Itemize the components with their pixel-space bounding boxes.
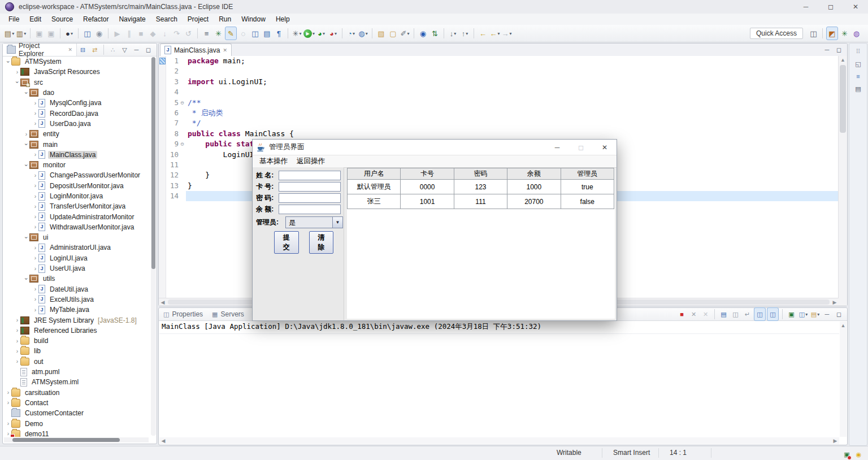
show-on-output-icon[interactable]: ◫ [767, 307, 779, 321]
menu-navigate[interactable]: Navigate [114, 15, 150, 23]
forward-icon[interactable]: →▾ [501, 27, 512, 40]
tab-properties[interactable]: ◫Properties [159, 308, 207, 320]
scroll-up-icon[interactable]: ▲ [840, 56, 845, 64]
menu-help[interactable]: Help [271, 15, 295, 23]
minimize-icon[interactable]: ─ [822, 308, 832, 320]
maximize-icon[interactable]: ◻ [834, 308, 844, 320]
new-wizard-icon[interactable]: ✳ [213, 27, 224, 40]
step-into-icon[interactable]: ↓ [159, 27, 170, 40]
expand-arrow-icon[interactable]: › [32, 120, 38, 127]
scroll-up-icon[interactable]: ▲ [840, 322, 847, 329]
next-annotation-icon[interactable]: ↓▾ [448, 27, 458, 40]
new-console-view-icon[interactable]: ▤▾ [810, 308, 821, 320]
show-whitespace-icon[interactable]: ¶ [274, 27, 284, 40]
disconnect-icon[interactable]: ◆ [147, 27, 158, 40]
link-with-editor-icon[interactable]: ◫ [250, 27, 261, 40]
tree-item-withdrawalusermonitor-java[interactable]: ›WithdrawalUserMonitor.java [3, 222, 150, 232]
pin-console-icon[interactable]: ◫ [754, 307, 766, 321]
spring-tool-icon[interactable]: ◍▾ [358, 27, 368, 40]
scroll-left-icon[interactable]: ◀ [159, 300, 167, 305]
clear-console-icon[interactable]: ▤ [718, 308, 729, 320]
new-ee-wizard-icon[interactable]: ◔▾ [346, 27, 357, 40]
save-all-icon[interactable]: ▣ [46, 27, 57, 40]
maximize-icon[interactable]: ◻ [834, 44, 844, 56]
field-input-3[interactable] [279, 205, 341, 214]
tree-item-atmsystem-iml[interactable]: ATMSystem.iml [3, 377, 150, 387]
submit-button[interactable]: 提交 [274, 231, 299, 254]
expand-arrow-icon[interactable]: › [5, 389, 11, 396]
code-line-7[interactable]: 7 */ [166, 118, 838, 128]
remove-launch-icon[interactable]: ✕ [688, 308, 699, 320]
expand-arrow-icon[interactable]: › [14, 327, 20, 333]
tab-project-explorer[interactable]: Project Explorer ✕ [3, 44, 77, 56]
expand-arrow-icon[interactable]: › [23, 131, 29, 137]
scroll-right-icon[interactable]: ▶ [831, 438, 839, 444]
expand-arrow-icon[interactable]: › [32, 193, 38, 199]
tab-servers[interactable]: ▦Servers [207, 308, 249, 320]
menu-refactor[interactable]: Refactor [78, 15, 114, 23]
word-wrap-icon[interactable]: ↵ [742, 308, 753, 320]
task-list-icon[interactable]: ▤ [853, 83, 863, 95]
tree-item-src[interactable]: ›src [3, 77, 150, 88]
console-vertical-scrollbar[interactable]: ▲ [840, 322, 847, 437]
resume-icon[interactable]: ▶ [112, 27, 123, 40]
editor-vertical-scrollbar[interactable]: ▲ [838, 56, 847, 306]
coverage-icon[interactable]: ◕▾ [328, 27, 338, 40]
expand-arrow-icon[interactable]: › [32, 151, 38, 158]
collapse-arrow-icon[interactable]: › [5, 59, 11, 65]
expand-arrow-icon[interactable]: › [32, 110, 38, 116]
menu-window[interactable]: Window [236, 15, 271, 23]
collapse-arrow-icon[interactable]: › [23, 235, 29, 241]
minimize-button[interactable]: ─ [545, 140, 569, 155]
minimize-icon[interactable]: ─ [822, 44, 832, 56]
search-flashlight-icon[interactable]: ◉ [94, 27, 105, 40]
tree-item-demo[interactable]: ›Demo [3, 418, 150, 428]
clear-button[interactable]: 清除 [309, 231, 334, 254]
outline-icon[interactable]: ≡ [853, 70, 863, 83]
expand-arrow-icon[interactable]: › [14, 358, 20, 364]
display-selected-console-icon[interactable]: ▣ [786, 308, 797, 320]
menu-search[interactable]: Search [151, 15, 183, 23]
new-icon[interactable]: ▤▾ [4, 27, 15, 40]
close-button[interactable]: ✕ [843, 0, 868, 14]
explorer-vertical-scrollbar[interactable] [151, 57, 156, 436]
open-resource-icon[interactable]: ▢ [388, 27, 398, 40]
tree-item-dateutil-java[interactable]: ›DateUtil.java [3, 284, 150, 294]
save-icon[interactable]: ▣ [34, 27, 45, 40]
expand-arrow-icon[interactable]: › [32, 245, 38, 251]
expand-arrow-icon[interactable]: › [32, 224, 38, 230]
step-over-icon[interactable]: ↷ [171, 27, 182, 40]
tree-item-referenced-libraries[interactable]: ›Referenced Libraries [3, 326, 150, 336]
admin-combobox[interactable]: 是 ▼ [285, 216, 343, 228]
terminate-icon[interactable]: ■ [136, 27, 146, 40]
table-row[interactable]: 默认管理员00001231000true [348, 180, 614, 194]
tree-item-loginui-java[interactable]: ›LoginUI.java [3, 253, 150, 263]
minimize-button[interactable]: ─ [793, 0, 818, 14]
expand-arrow-icon[interactable]: › [32, 307, 38, 313]
table-header[interactable]: 卡号 [401, 168, 454, 180]
code-line-4[interactable]: 4 [166, 87, 838, 97]
collapse-arrow-icon[interactable]: › [23, 90, 29, 96]
fold-marker-icon[interactable]: ⊖ [179, 139, 186, 149]
expand-arrow-icon[interactable]: › [32, 100, 38, 106]
sort-icon[interactable]: ≡ [201, 27, 212, 40]
collapse-arrow-icon[interactable]: › [23, 162, 29, 168]
maximize-icon[interactable]: ◻ [143, 44, 154, 56]
expand-arrow-icon[interactable]: › [14, 338, 20, 344]
editor-tab-close-icon[interactable]: ✕ [223, 47, 227, 53]
menu-source[interactable]: Source [46, 15, 78, 23]
maximize-button[interactable]: ◻ [818, 0, 843, 14]
close-button[interactable]: ✕ [593, 140, 617, 155]
java-browser-icon[interactable]: ◫ [82, 27, 93, 40]
open-console-icon[interactable]: ◫▾ [798, 308, 809, 320]
tree-item-mytable-java[interactable]: ›MyTable.java [3, 305, 150, 315]
tree-item-excelutils-java[interactable]: ›ExcelUtils.java [3, 294, 150, 305]
expand-arrow-icon[interactable]: › [5, 420, 11, 427]
tree-item-changepasswordusermonitor[interactable]: ›ChangePasswordUserMonitor [3, 170, 150, 180]
tree-item-loginmonitor-java[interactable]: ›LoginMonitor.java [3, 191, 150, 201]
tree-item-transferusermonitor-java[interactable]: ›TransferUserMonitor.java [3, 201, 150, 211]
collapse-all-icon[interactable]: ⊟ [77, 44, 88, 56]
tree-item-userdao-java[interactable]: ›UserDao.java [3, 119, 150, 129]
console-horizontal-scrollbar[interactable]: ◀ ▶ [159, 437, 839, 444]
code-line-2[interactable]: 2 [166, 66, 838, 76]
